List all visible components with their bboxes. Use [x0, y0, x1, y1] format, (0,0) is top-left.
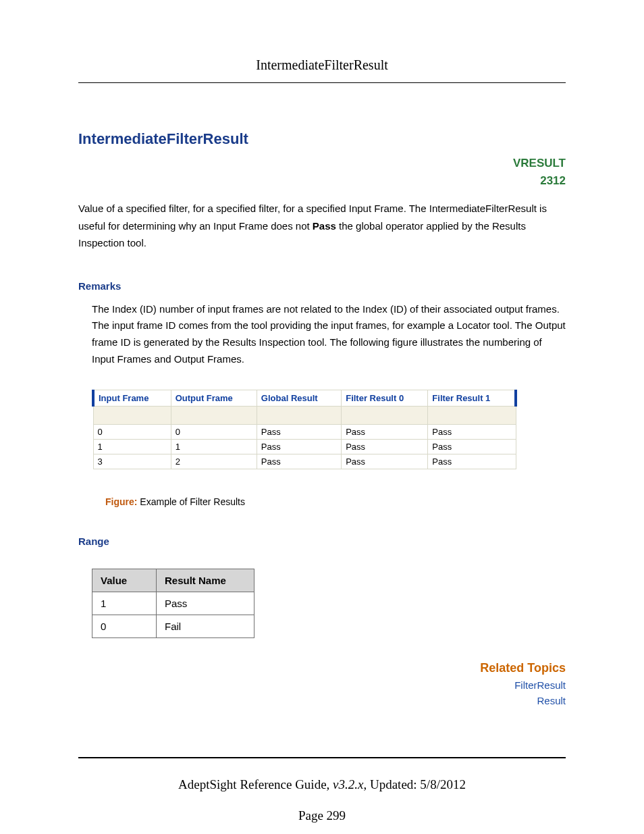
range-table: Value Result Name 1 Pass 0 Fail — [92, 569, 254, 638]
col-header: Global Result — [257, 390, 341, 406]
table-spacer-row — [93, 406, 516, 424]
col-header: Result Name — [157, 569, 254, 592]
cell: 0 — [171, 424, 257, 439]
cell: 0 — [92, 615, 157, 637]
cell: 1 — [171, 439, 257, 454]
footer-doc-title: AdeptSight Reference Guide — [178, 777, 326, 791]
cell: 1 — [92, 592, 157, 615]
page-number: Page 299 — [0, 808, 644, 823]
related-title: Related Topics — [78, 661, 566, 675]
related-link[interactable]: Result — [78, 695, 566, 706]
meta-block: VRESULT 2312 — [78, 155, 566, 189]
figure-table: Input Frame Output Frame Global Result F… — [92, 390, 517, 469]
cell: 3 — [93, 454, 171, 469]
range-label: Range — [78, 536, 566, 547]
remarks-text: The Index (ID) number of input frames ar… — [92, 301, 566, 368]
table-row: 1 1 Pass Pass Pass — [93, 439, 516, 454]
cell: Pass — [342, 454, 428, 469]
cell: 0 — [93, 424, 171, 439]
cell: Pass — [428, 439, 516, 454]
figure-caption-text: Example of Filter Results — [137, 496, 245, 507]
cell: Pass — [428, 454, 516, 469]
meta-type: VRESULT — [78, 155, 566, 172]
related-link[interactable]: FilterResult — [78, 679, 566, 691]
cell: Pass — [428, 424, 516, 439]
table-row: 0 0 Pass Pass Pass — [93, 424, 516, 439]
meta-code: 2312 — [78, 172, 566, 190]
figure-caption-label: Figure: — [105, 496, 137, 507]
table-header-row: Value Result Name — [92, 569, 254, 592]
col-header: Filter Result 0 — [342, 390, 428, 406]
footer-updated: , Updated: 5/8/2012 — [363, 777, 465, 791]
table-row: 0 Fail — [92, 615, 254, 637]
related-topics: Related Topics FilterResult Result — [78, 661, 566, 706]
cell: Pass — [342, 424, 428, 439]
table-header-row: Input Frame Output Frame Global Result F… — [93, 390, 516, 406]
col-header: Value — [92, 569, 157, 592]
cell: 1 — [93, 439, 171, 454]
intro-paragraph: Value of a specified filter, for a speci… — [78, 200, 566, 252]
cell: Pass — [157, 592, 254, 615]
cell: Pass — [342, 439, 428, 454]
cell: Fail — [157, 615, 254, 637]
cell: Pass — [257, 424, 341, 439]
footer-version: , v3.2.x — [327, 777, 364, 791]
intro-bold: Pass — [313, 220, 336, 232]
cell: 2 — [171, 454, 257, 469]
page: IntermediateFilterResult IntermediateFil… — [0, 0, 644, 834]
cell: Pass — [257, 439, 341, 454]
table-row: 3 2 Pass Pass Pass — [93, 454, 516, 469]
page-title: IntermediateFilterResult — [78, 130, 566, 148]
body: IntermediateFilterResult VRESULT 2312 Va… — [78, 83, 566, 706]
col-header: Input Frame — [93, 390, 171, 406]
remarks-label: Remarks — [78, 280, 566, 292]
cell: Pass — [257, 454, 341, 469]
footer-rule — [78, 757, 566, 758]
footer-text: AdeptSight Reference Guide, v3.2.x, Upda… — [0, 777, 644, 792]
figure-caption: Figure: Example of Filter Results — [105, 496, 566, 507]
col-header: Output Frame — [171, 390, 257, 406]
running-header: IntermediateFilterResult — [78, 57, 566, 82]
col-header: Filter Result 1 — [428, 390, 516, 406]
table-row: 1 Pass — [92, 592, 254, 615]
